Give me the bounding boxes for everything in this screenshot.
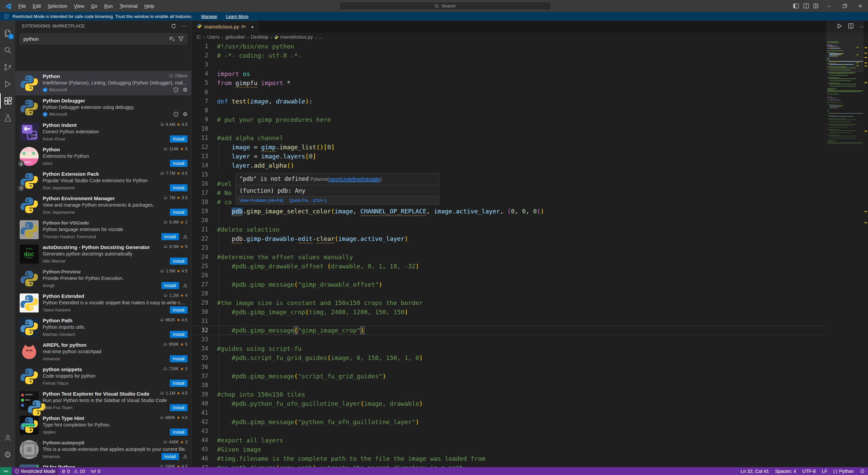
code-line[interactable]: 7def test(image, drawable): bbox=[192, 97, 868, 106]
extension-row[interactable]: Python Path 962K ★ 4.5Python imports uti… bbox=[15, 315, 192, 340]
code-line[interactable]: 24#determine the offset values manually bbox=[192, 252, 868, 262]
menu-edit[interactable]: Edit bbox=[29, 2, 44, 10]
code-line[interactable]: 31 bbox=[192, 317, 868, 326]
code-line[interactable]: 33 bbox=[192, 335, 868, 344]
menu-go[interactable]: Go bbox=[87, 2, 101, 10]
code-line[interactable]: 34#guides using script-fu bbox=[192, 344, 868, 353]
extension-row[interactable]: Python-autopep8 448K ★ 3This is a vscode… bbox=[15, 437, 192, 462]
code-line[interactable]: 41 bbox=[192, 408, 868, 417]
customize-layout-icon[interactable] bbox=[811, 0, 821, 12]
toggle-sidebar-icon[interactable] bbox=[791, 0, 801, 12]
minimap[interactable] bbox=[826, 21, 864, 467]
close-icon[interactable]: ✕ bbox=[852, 0, 868, 12]
install-button[interactable]: Install bbox=[170, 258, 188, 265]
install-button[interactable]: Install bbox=[170, 380, 188, 387]
code-line[interactable]: 23 bbox=[192, 243, 868, 252]
code-line[interactable]: 14 layer.add_alpha() bbox=[192, 161, 868, 170]
code-line[interactable]: 44#export all layers bbox=[192, 436, 868, 445]
activity-extensions[interactable] bbox=[0, 93, 15, 109]
install-button[interactable]: Install bbox=[170, 355, 188, 362]
toggle-panel-icon[interactable] bbox=[801, 0, 811, 12]
menu-view[interactable]: View bbox=[71, 2, 87, 10]
manage-gear-icon[interactable]: ⚙ bbox=[183, 87, 188, 93]
install-button[interactable]: Install bbox=[170, 135, 188, 142]
code-line[interactable]: 26 bbox=[192, 271, 868, 280]
refresh-icon[interactable] bbox=[171, 23, 176, 29]
quick-fix-link[interactable]: Quick Fix... (Ctrl+;) bbox=[290, 198, 327, 203]
extension-row[interactable]: AREPL for python 959K ★ 5real-time pytho… bbox=[15, 340, 192, 364]
code-line[interactable]: 11#add alpha channel bbox=[192, 133, 868, 142]
command-center-search[interactable]: Search bbox=[339, 2, 551, 10]
code-line[interactable]: 28 bbox=[192, 289, 868, 298]
code-line[interactable]: 27 #pdb.gimp_message("gimp_drawable_offs… bbox=[192, 280, 868, 289]
code-line[interactable]: 6 bbox=[192, 88, 868, 97]
activity-testing[interactable] bbox=[0, 110, 15, 126]
code-line[interactable]: 39#chop into 150x150 tiles bbox=[192, 390, 868, 399]
code-line[interactable]: 42 #pdb.gimp_message("python_fu_ofn_guil… bbox=[192, 417, 868, 426]
code-line[interactable]: 29#the image size is constant and 150x15… bbox=[192, 298, 868, 307]
ports-status[interactable]: 0 bbox=[88, 467, 103, 475]
code-line[interactable]: 22 pdb.gimp-drawable-edit-clear(image.ac… bbox=[192, 234, 868, 243]
restore-icon[interactable] bbox=[837, 0, 852, 12]
activity-source-control[interactable] bbox=[0, 59, 15, 75]
view-problem-link[interactable]: View Problem (Alt+F8) bbox=[239, 198, 283, 203]
code-line[interactable]: 43 bbox=[192, 426, 868, 436]
code-line[interactable]: 40 #pdb.python_fu_ofn_guillotine_layer(i… bbox=[192, 399, 868, 408]
remote-indicator[interactable]: >< bbox=[0, 467, 12, 475]
problems-status[interactable]: ⊘0 ⚠10 bbox=[59, 467, 88, 475]
install-button[interactable]: Install bbox=[170, 331, 188, 338]
code-line[interactable]: 3 bbox=[192, 60, 868, 69]
encoding[interactable]: UTF-8 bbox=[799, 467, 819, 475]
code-line[interactable]: 32 #pdb.gimp_message("gimp_image_crop") bbox=[192, 326, 868, 335]
restricted-shield-icon[interactable] bbox=[173, 87, 179, 93]
code-line[interactable]: 12 image = gimp.image_list()[0] bbox=[192, 142, 868, 152]
code-line[interactable]: 47#os.path.dirname(some_path) extracts t… bbox=[192, 463, 868, 467]
activity-settings-gear[interactable]: ⚙ bbox=[0, 447, 15, 462]
code-line[interactable]: 19 pdb.gimp_image_select_color(image, CH… bbox=[192, 207, 868, 216]
install-button[interactable]: Install bbox=[170, 306, 188, 314]
code-line[interactable]: 10 bbox=[192, 124, 868, 133]
extension-row[interactable]: Python 235msIntelliSense (Pylance), Lint… bbox=[15, 71, 192, 95]
code-line[interactable]: 13 layer = image.layers[0] bbox=[192, 152, 868, 161]
manage-gear-icon[interactable]: ⚙ bbox=[183, 111, 188, 117]
code-line[interactable]: 36 bbox=[192, 362, 868, 372]
code-line[interactable]: 9# put your gimp procedures here bbox=[192, 115, 868, 124]
install-button[interactable]: Install bbox=[170, 160, 188, 167]
extension-row[interactable]: Type hintPython Type Hint 680K ★ 4.5Type… bbox=[15, 413, 192, 437]
menu-help[interactable]: Help bbox=[141, 2, 158, 10]
menu-run[interactable]: Run bbox=[101, 2, 116, 10]
extension-row[interactable]: """doc"""autoDocstring - Python Docstrin… bbox=[15, 242, 192, 266]
minimize-icon[interactable]: ─ bbox=[821, 0, 837, 12]
extensions-search-input[interactable] bbox=[20, 36, 169, 42]
code-line[interactable]: 37 #pdb.gimp_message("script_fu_grid_gui… bbox=[192, 372, 868, 381]
code-line[interactable]: 2# -*- coding: utf-8 -*- bbox=[192, 51, 868, 60]
code-line[interactable]: 5from gimpfu import * bbox=[192, 78, 868, 88]
extension-row[interactable]: Python DebuggerPython Debugger extension… bbox=[15, 95, 192, 120]
extension-row[interactable]: python snippets 726K ★ 3Code snippets fo… bbox=[15, 364, 192, 388]
install-button[interactable]: Install bbox=[161, 453, 179, 460]
diagnostic-code-link[interactable]: reportUndefinedVariable bbox=[329, 176, 380, 182]
code-line[interactable]: 1#!/usr/bin/env python bbox=[192, 42, 868, 51]
manage-link[interactable]: Manage bbox=[201, 14, 217, 19]
install-button[interactable]: Install bbox=[170, 429, 188, 436]
code-editor[interactable]: 1#!/usr/bin/env python2# -*- coding: utf… bbox=[192, 21, 868, 467]
eol-sequence[interactable]: LF bbox=[819, 467, 830, 475]
filter-icon[interactable] bbox=[178, 36, 184, 42]
cursor-position[interactable]: Ln 32, Col 41 bbox=[737, 467, 772, 475]
notifications-bell[interactable] bbox=[857, 467, 868, 475]
menu-file[interactable]: File bbox=[15, 2, 29, 10]
extension-row[interactable]: QtQt for Python 548K ★ 4.5Visual Studio … bbox=[15, 462, 192, 467]
extension-row[interactable]: Python for VSCode 5.4M ★ 2Python languag… bbox=[15, 217, 192, 242]
activity-run-debug[interactable] bbox=[0, 76, 15, 92]
indentation[interactable]: Spaces: 4 bbox=[772, 467, 799, 475]
code-line[interactable]: 4import os bbox=[192, 69, 868, 78]
code-line[interactable]: 25 #pdb.gimp_drawable_offset (drawable, … bbox=[192, 262, 868, 271]
code-line[interactable]: 8 bbox=[192, 106, 868, 115]
activity-account[interactable] bbox=[0, 430, 15, 445]
code-line[interactable]: 20 bbox=[192, 216, 868, 225]
code-line[interactable]: 46#timg.filename is the complete path to… bbox=[192, 454, 868, 463]
extension-row[interactable]: Python3Python 114K ★ 5Extensions for Pyt… bbox=[15, 144, 192, 169]
install-button[interactable]: Install bbox=[161, 282, 179, 289]
activity-files[interactable]: 1 bbox=[0, 25, 15, 41]
install-button[interactable]: Install bbox=[170, 404, 188, 411]
